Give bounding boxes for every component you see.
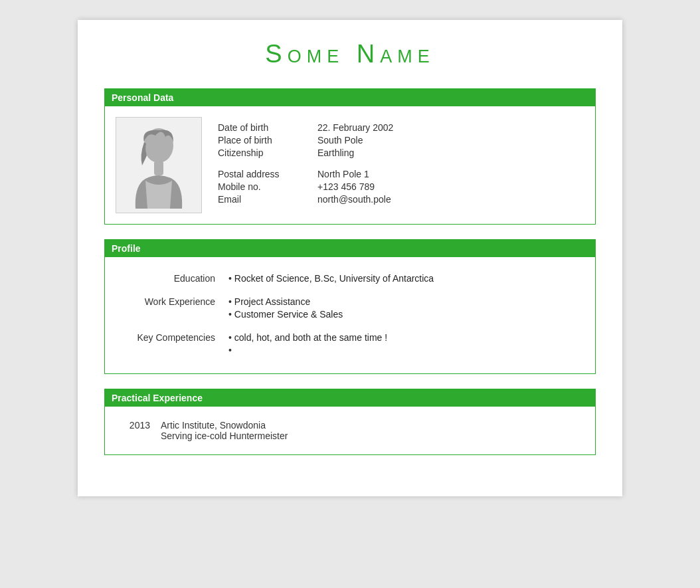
field-label-address: Postal address bbox=[218, 169, 311, 179]
resume-name: Some Name bbox=[104, 40, 596, 68]
field-value-email: north@south.pole bbox=[317, 194, 450, 205]
field-label-email: Email bbox=[218, 194, 311, 205]
profile-row-competencies: Key Competencies cold, hot, and both at … bbox=[116, 327, 584, 363]
work-item-2: Customer Service & Sales bbox=[228, 309, 578, 320]
field-label-citizenship: Citizenship bbox=[218, 147, 311, 158]
avatar-silhouette bbox=[122, 122, 195, 209]
practical-org-1: Artic Institute, Snowdonia bbox=[161, 420, 579, 431]
field-value-dob: 22. February 2002 bbox=[317, 122, 450, 133]
competency-item-2 bbox=[228, 345, 578, 355]
svg-rect-1 bbox=[154, 161, 163, 175]
profile-items-work: Project Assistance Customer Service & Sa… bbox=[222, 291, 584, 327]
profile-header: Profile bbox=[105, 240, 595, 257]
practical-table: 2013 Artic Institute, Snowdonia Serving … bbox=[116, 417, 584, 444]
practical-section: Practical Experience 2013 Artic Institut… bbox=[104, 389, 596, 455]
field-label-pob: Place of birth bbox=[218, 135, 311, 146]
profile-row-work: Work Experience Project Assistance Custo… bbox=[116, 291, 584, 327]
resume-page: Some Name Personal Data bbox=[78, 20, 622, 496]
profile-section: Profile Education Rocket of Science, B.S… bbox=[104, 239, 596, 374]
field-spacer bbox=[218, 160, 450, 167]
practical-year-1: 2013 bbox=[116, 417, 155, 444]
personal-data-section: Personal Data bbox=[104, 88, 596, 225]
practical-header: Practical Experience bbox=[105, 389, 595, 407]
field-label-dob: Date of birth bbox=[218, 122, 311, 133]
profile-label-competencies: Key Competencies bbox=[116, 327, 222, 363]
profile-items-competencies: cold, hot, and both at the same time ! bbox=[222, 327, 584, 363]
competencies-list: cold, hot, and both at the same time ! bbox=[228, 332, 578, 355]
practical-body: 2013 Artic Institute, Snowdonia Serving … bbox=[105, 407, 595, 454]
profile-table: Education Rocket of Science, B.Sc, Unive… bbox=[116, 268, 584, 363]
profile-items-education: Rocket of Science, B.Sc, University of A… bbox=[222, 268, 584, 291]
profile-row-education: Education Rocket of Science, B.Sc, Unive… bbox=[116, 268, 584, 291]
personal-fields: Date of birth 22. February 2002 Place of… bbox=[218, 122, 450, 205]
field-value-address: North Pole 1 bbox=[317, 169, 450, 179]
profile-label-education: Education bbox=[116, 268, 222, 291]
avatar bbox=[116, 117, 202, 213]
field-value-pob: South Pole bbox=[317, 135, 450, 146]
competency-item-1: cold, hot, and both at the same time ! bbox=[228, 332, 578, 343]
personal-data-content: Date of birth 22. February 2002 Place of… bbox=[116, 117, 584, 213]
practical-desc-1: Serving ice-cold Huntermeister bbox=[161, 431, 579, 441]
personal-data-body: Date of birth 22. February 2002 Place of… bbox=[105, 106, 595, 224]
work-list: Project Assistance Customer Service & Sa… bbox=[228, 296, 578, 320]
personal-data-header: Personal Data bbox=[105, 89, 595, 106]
profile-body: Education Rocket of Science, B.Sc, Unive… bbox=[105, 257, 595, 373]
field-value-mobile: +123 456 789 bbox=[317, 181, 450, 192]
work-item-1: Project Assistance bbox=[228, 296, 578, 307]
field-value-citizenship: Earthling bbox=[317, 147, 450, 158]
field-label-mobile: Mobile no. bbox=[218, 181, 311, 192]
education-item-1: Rocket of Science, B.Sc, University of A… bbox=[228, 273, 578, 284]
profile-label-work: Work Experience bbox=[116, 291, 222, 327]
practical-detail-1: Artic Institute, Snowdonia Serving ice-c… bbox=[155, 417, 584, 444]
education-list: Rocket of Science, B.Sc, University of A… bbox=[228, 273, 578, 284]
practical-row-1: 2013 Artic Institute, Snowdonia Serving … bbox=[116, 417, 584, 444]
